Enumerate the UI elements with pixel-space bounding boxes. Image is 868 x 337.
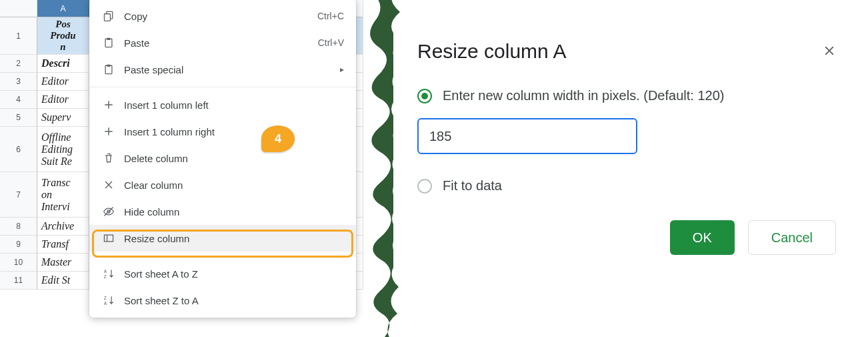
row-header[interactable]: 2 (0, 55, 37, 73)
menu-label: Delete column (117, 153, 344, 164)
menu-item-hide-column[interactable]: Hide column (89, 198, 356, 225)
menu-item-sort-sheet-z-to-a[interactable]: ZASort sheet Z to A (89, 287, 356, 314)
svg-rect-4 (105, 65, 112, 73)
menu-label: Insert 1 column right (117, 126, 344, 137)
az-icon: AZ (100, 268, 117, 280)
menu-item-insert-1-column-right[interactable]: Insert 1 column right (89, 118, 356, 145)
menu-label: Copy (117, 11, 317, 22)
dialog-title: Resize column A (417, 40, 836, 63)
menu-shortcut: Ctrl+C (317, 11, 344, 21)
menu-label: Clear column (117, 180, 344, 191)
row-header[interactable]: 9 (0, 236, 37, 254)
menu-label: Insert 1 column left (117, 99, 344, 111)
dialog-actions: OK Cancel (417, 220, 836, 255)
menu-item-insert-1-column-left[interactable]: Insert 1 column left (89, 91, 356, 118)
svg-rect-1 (104, 14, 110, 21)
option-label: Enter new column width in pixels. (Defau… (443, 88, 724, 103)
svg-text:Z: Z (104, 274, 107, 279)
menu-shortcut: Ctrl+V (318, 37, 344, 48)
za-icon: ZA (100, 294, 117, 306)
radio-icon (417, 89, 432, 103)
menu-label: Hide column (117, 206, 344, 218)
menu-item-copy[interactable]: CopyCtrl+C (89, 3, 356, 29)
option-fit-to-data[interactable]: Fit to data (417, 178, 836, 194)
menu-label: Sort sheet A to Z (117, 268, 344, 280)
cell[interactable]: Archive (37, 218, 89, 236)
row-header[interactable]: 6 (0, 127, 37, 172)
menu-separator (89, 256, 356, 256)
cell[interactable]: Superv (37, 109, 89, 127)
close-button[interactable] (819, 40, 840, 61)
menu-item-resize-column[interactable]: Resize column (89, 225, 356, 252)
menu-item-clear-column[interactable]: Clear column (89, 172, 356, 198)
row-header[interactable]: 5 (0, 109, 37, 127)
cell[interactable]: Transc on Intervi (37, 172, 89, 218)
ok-button[interactable]: OK (670, 220, 735, 255)
menu-item-delete-column[interactable]: Delete column (89, 145, 356, 172)
chevron-right-icon: ▸ (327, 65, 344, 74)
cell[interactable]: Editor (37, 73, 89, 91)
svg-text:A: A (104, 269, 107, 274)
column-width-input[interactable] (417, 118, 637, 154)
paste-icon (100, 63, 117, 75)
option-label: Fit to data (443, 178, 502, 194)
menu-separator (89, 87, 356, 87)
trash-icon (100, 152, 117, 164)
step-number: 4 (275, 132, 281, 146)
cancel-button[interactable]: Cancel (748, 220, 836, 255)
eyeoff-icon (100, 206, 117, 218)
cell[interactable]: Master (37, 254, 89, 272)
menu-item-paste[interactable]: PasteCtrl+V (89, 29, 356, 56)
radio-icon (417, 179, 432, 194)
menu-item-paste-special[interactable]: Paste special▸ (89, 56, 356, 83)
plus-icon (100, 125, 117, 137)
menu-label: Paste special (117, 64, 327, 75)
row-header[interactable]: 10 (0, 254, 37, 272)
menu-item-sort-sheet-a-to-z[interactable]: AZSort sheet A to Z (89, 260, 356, 287)
menu-label: Sort sheet Z to A (117, 295, 344, 306)
plus-icon (100, 99, 117, 111)
x-icon (100, 179, 117, 191)
row-header[interactable]: 11 (0, 272, 37, 290)
row-header[interactable]: 8 (0, 218, 37, 236)
svg-text:Z: Z (104, 296, 107, 300)
svg-rect-2 (105, 39, 112, 47)
menu-label: Resize column (117, 233, 344, 244)
svg-rect-3 (107, 38, 111, 40)
cell[interactable]: Editor (37, 91, 89, 109)
row-header[interactable]: 3 (0, 73, 37, 91)
cell[interactable]: Transf (37, 236, 89, 254)
menu-label: Paste (117, 37, 318, 49)
cell[interactable]: Pos Produ n (37, 17, 89, 55)
row-header[interactable]: 1 (0, 17, 37, 55)
cell[interactable]: Edit St (37, 272, 89, 290)
cell[interactable]: Offline Editing Suit Re (37, 127, 89, 172)
copy-icon (100, 10, 117, 22)
option-enter-width[interactable]: Enter new column width in pixels. (Defau… (417, 88, 836, 103)
row-header[interactable]: 4 (0, 91, 37, 109)
step-callout: 4 (261, 125, 295, 152)
select-all-corner[interactable] (0, 0, 37, 17)
resize-icon (100, 232, 117, 244)
cell[interactable]: Descri (37, 55, 89, 73)
resize-column-dialog: Resize column A Enter new column width i… (393, 20, 860, 279)
column-header-a[interactable]: A (37, 0, 89, 17)
column-context-menu: CopyCtrl+CPasteCtrl+VPaste special▸Inser… (89, 0, 356, 318)
svg-rect-5 (107, 65, 111, 67)
row-header[interactable]: 7 (0, 172, 37, 218)
paste-icon (100, 37, 117, 49)
svg-rect-7 (104, 235, 113, 242)
svg-text:A: A (104, 301, 107, 306)
